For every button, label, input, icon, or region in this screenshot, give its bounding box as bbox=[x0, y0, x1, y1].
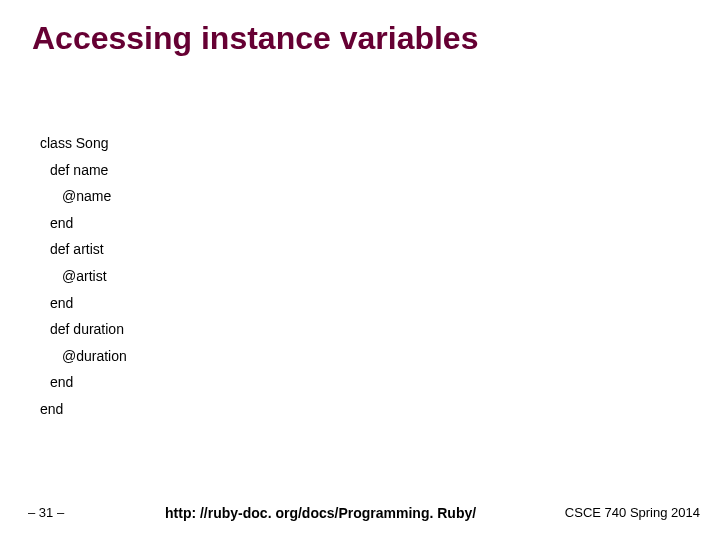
code-line: @name bbox=[40, 183, 127, 210]
code-line: @duration bbox=[40, 343, 127, 370]
code-line: @artist bbox=[40, 263, 127, 290]
course-label: CSCE 740 Spring 2014 bbox=[565, 505, 700, 520]
code-line: def duration bbox=[40, 316, 127, 343]
code-block: class Song def name @name end def artist… bbox=[40, 130, 127, 423]
code-line: end bbox=[40, 290, 127, 317]
code-line: end bbox=[40, 396, 127, 423]
code-line: def name bbox=[40, 157, 127, 184]
page-number: – 31 – bbox=[28, 505, 64, 520]
code-line: end bbox=[40, 369, 127, 396]
code-line: def artist bbox=[40, 236, 127, 263]
code-line: class Song bbox=[40, 130, 127, 157]
footer: – 31 – http: //ruby-doc. org/docs/Progra… bbox=[0, 505, 720, 520]
page-title: Accessing instance variables bbox=[32, 20, 478, 57]
code-line: end bbox=[40, 210, 127, 237]
reference-url: http: //ruby-doc. org/docs/Programming. … bbox=[165, 505, 476, 521]
